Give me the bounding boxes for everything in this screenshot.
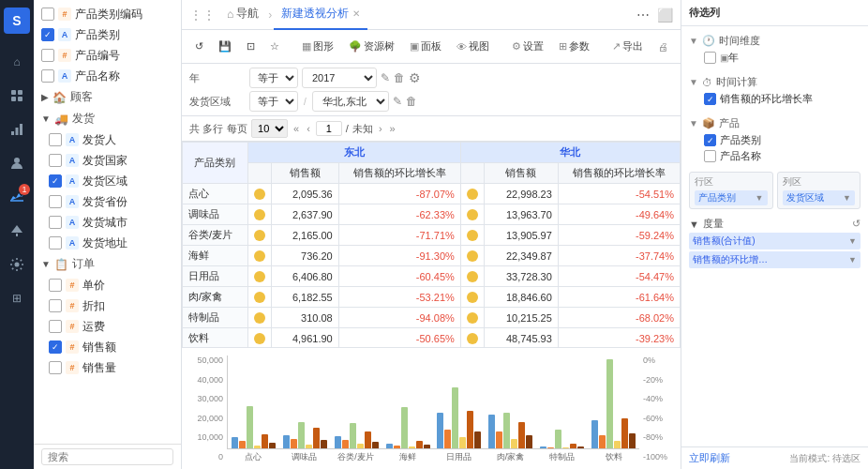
filter-year-delete[interactable]: 🗑 xyxy=(394,71,405,84)
field-item-sales[interactable]: ✓ # 销售额 xyxy=(34,337,181,357)
chart-bar xyxy=(526,435,532,448)
rp-time-dimension-title[interactable]: ▼ 🕐 时间维度 xyxy=(689,32,861,50)
toolbar-print[interactable]: 🖨 xyxy=(652,39,674,54)
field-item-region[interactable]: ✓ A 发货区域 xyxy=(34,171,181,191)
nav-report[interactable] xyxy=(2,114,32,144)
cell-ne-growth: -71.71% xyxy=(338,225,460,246)
rp-year-check[interactable] xyxy=(704,52,716,64)
chart-bar xyxy=(313,428,320,448)
cell-nw-growth: -37.74% xyxy=(558,246,680,266)
filter-region-edit[interactable]: ✎ xyxy=(393,95,402,108)
tab-home[interactable]: ⌂ 导航 xyxy=(219,0,266,30)
nav-plugin[interactable]: ⊞ xyxy=(2,283,32,313)
nav-analysis[interactable]: 1 xyxy=(2,182,32,212)
toolbar-chart[interactable]: ▦ 图形 xyxy=(296,38,339,55)
col-zone-dropdown[interactable]: ▼ xyxy=(843,193,851,203)
rp-measures-refresh[interactable]: ↺ xyxy=(852,218,861,230)
nav-settings[interactable] xyxy=(2,250,32,280)
page-first-btn[interactable]: « xyxy=(292,123,301,134)
filter-year-op[interactable]: 等于 xyxy=(249,68,298,88)
group-order[interactable]: ▼ 📋 订单 xyxy=(34,253,181,275)
filter-region-value[interactable]: 华北,东北 xyxy=(312,91,389,112)
chart-bar xyxy=(283,435,290,448)
toolbar-panel[interactable]: ▣ 面板 xyxy=(404,38,447,55)
rp-measure-drop-2[interactable]: ▼ xyxy=(848,255,857,265)
rp-prod-cat-check[interactable]: ✓ xyxy=(704,134,716,146)
field-check-prod-no[interactable] xyxy=(41,49,54,62)
chart-bar-group xyxy=(538,359,587,448)
cell-category: 饮料 xyxy=(183,328,248,348)
nav-data[interactable] xyxy=(2,81,32,111)
field-check-address[interactable] xyxy=(49,236,62,250)
maximize-icon[interactable]: ⬜ xyxy=(657,8,673,23)
field-item-province[interactable]: A 发货省份 xyxy=(34,191,181,212)
field-item-prod-name[interactable]: A 产品名称 xyxy=(34,66,181,86)
toolbar-view[interactable]: 👁 视图 xyxy=(451,38,495,55)
field-check-province[interactable] xyxy=(49,195,62,208)
filter-gear[interactable]: ⚙ xyxy=(409,70,421,85)
page-input[interactable] xyxy=(316,121,342,136)
pagination-bar: 共 多行 每页 10 20 50 « ‹ / 未知 › » xyxy=(182,116,681,142)
group-customer[interactable]: ▶ 🏠 顾客 xyxy=(34,86,181,108)
rp-prod-name-check[interactable] xyxy=(704,150,716,162)
field-check-cat-code[interactable] xyxy=(41,8,54,21)
field-check-cat[interactable]: ✓ xyxy=(41,28,54,41)
filter-year-edit[interactable]: ✎ xyxy=(381,71,390,84)
cell-nw-sales: 48,745.93 xyxy=(484,328,558,348)
field-check-city[interactable] xyxy=(49,216,62,229)
chart-bar xyxy=(409,446,415,448)
tab-analysis[interactable]: 新建透视分析 ✕ xyxy=(274,0,367,30)
field-item-sender[interactable]: A 发货人 xyxy=(34,129,181,150)
toolbar-save[interactable]: 💾 xyxy=(213,38,237,54)
field-check-region[interactable]: ✓ xyxy=(49,174,62,188)
rp-growth-check[interactable]: ✓ xyxy=(704,93,716,105)
tab-area: ⌂ 导航 › 新建透视分析 ✕ xyxy=(219,0,636,30)
filter-year-value[interactable]: 2017 xyxy=(302,68,377,88)
nav-users[interactable] xyxy=(2,148,32,178)
field-item-address[interactable]: A 发货地址 xyxy=(34,233,181,253)
field-item-prod-no[interactable]: # 产品编号 xyxy=(34,45,181,66)
field-item-cat[interactable]: ✓ A 产品类别 xyxy=(34,24,181,45)
group-shipping[interactable]: ▼ 🚚 发货 xyxy=(34,108,181,129)
filter-region-op[interactable]: 等于 xyxy=(249,91,298,112)
field-item-cat-code[interactable]: # 产品类别编码 xyxy=(34,4,181,24)
per-page-select[interactable]: 10 20 50 xyxy=(251,119,288,138)
toolbar-star[interactable]: ☆ xyxy=(264,38,285,54)
nav-alert[interactable] xyxy=(2,216,32,246)
row-zone-dropdown[interactable]: ▼ xyxy=(756,193,764,203)
field-check-sender[interactable] xyxy=(49,133,62,146)
toolbar-tree[interactable]: 🌳 资源树 xyxy=(343,38,400,55)
cell-nw-icon xyxy=(460,287,484,308)
toolbar-params[interactable]: ⊞ 参数 xyxy=(553,38,595,55)
more-options-icon[interactable]: ⋯ xyxy=(636,8,650,23)
toolbar-undo[interactable]: ↺ xyxy=(189,38,209,54)
toolbar-copy[interactable]: ⊡ xyxy=(241,38,261,54)
rp-col-zone-tag[interactable]: 发货区域 ▼ xyxy=(783,190,856,205)
field-item-country[interactable]: A 发货国家 xyxy=(34,150,181,171)
rp-measures-title[interactable]: ▼ 度量 ↺ xyxy=(689,217,861,231)
tab-close-icon[interactable]: ✕ xyxy=(352,8,360,19)
toolbar-settings[interactable]: ⚙ 设置 xyxy=(506,38,549,55)
rp-measure-item-2[interactable]: 销售额的环比增… ▼ xyxy=(689,251,861,268)
nav-home[interactable]: ⌂ xyxy=(2,47,32,77)
field-check-prod-name[interactable] xyxy=(41,69,54,83)
field-item-price[interactable]: # 单价 xyxy=(34,275,181,295)
cell-ne-growth: -50.65% xyxy=(338,328,460,348)
page-last-btn[interactable]: » xyxy=(388,123,397,134)
field-item-city[interactable]: A 发货城市 xyxy=(34,212,181,233)
page-next-btn[interactable]: › xyxy=(377,123,384,134)
rp-product-title[interactable]: ▼ 📦 产品 xyxy=(689,114,861,132)
toolbar-export[interactable]: ↗ 导出 xyxy=(606,38,649,55)
filter-region-delete[interactable]: 🗑 xyxy=(406,95,417,108)
field-item-freight[interactable]: # 运费 xyxy=(34,316,181,337)
field-search-input[interactable] xyxy=(41,448,173,465)
page-prev-btn[interactable]: ‹ xyxy=(305,123,312,134)
rp-row-zone-tag[interactable]: 产品类别 ▼ xyxy=(695,190,768,205)
rp-measure-drop-1[interactable]: ▼ xyxy=(848,236,857,246)
rp-refresh-btn[interactable]: 立即刷新 xyxy=(689,451,730,465)
rp-measure-item-1[interactable]: 销售额(合计值) ▼ xyxy=(689,233,861,250)
field-item-qty[interactable]: # 销售量 xyxy=(34,357,181,378)
field-check-country[interactable] xyxy=(49,154,62,167)
field-item-discount[interactable]: # 折扣 xyxy=(34,295,181,316)
rp-time-calc-title[interactable]: ▼ ⏱ 时间计算 xyxy=(689,73,861,91)
